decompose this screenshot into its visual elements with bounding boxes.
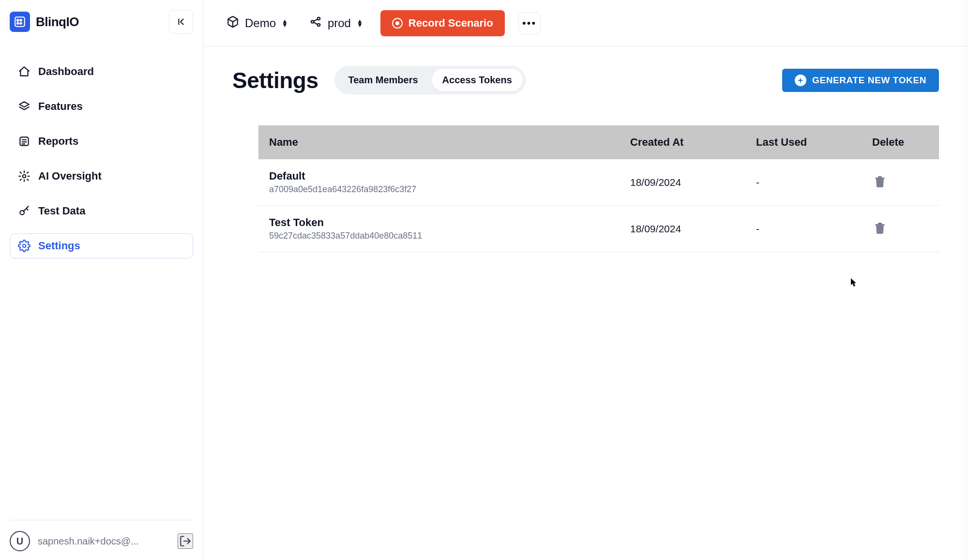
sidebar-nav: Dashboard Features Reports AI Oversight bbox=[10, 59, 193, 258]
table-header-row: Name Created At Last Used Delete bbox=[258, 125, 939, 159]
content-header: Settings Team Members Access Tokens + GE… bbox=[232, 66, 939, 94]
generate-label: GENERATE NEW TOKEN bbox=[812, 75, 926, 86]
home-icon bbox=[18, 65, 30, 78]
sidebar-item-label: Features bbox=[38, 100, 83, 113]
svg-point-8 bbox=[23, 244, 26, 248]
share-nodes-icon bbox=[309, 15, 322, 31]
shield-icon bbox=[18, 170, 30, 182]
content: Settings Team Members Access Tokens + GE… bbox=[203, 46, 968, 272]
sidebar-item-ai-oversight[interactable]: AI Oversight bbox=[10, 164, 193, 189]
collapse-sidebar-button[interactable] bbox=[169, 10, 193, 34]
sidebar-item-features[interactable]: Features bbox=[10, 94, 193, 119]
delete-token-button[interactable] bbox=[872, 173, 888, 192]
updown-icon: ▲▼ bbox=[282, 19, 288, 27]
env-selector[interactable]: prod ▲▼ bbox=[305, 13, 367, 34]
key-icon bbox=[18, 205, 30, 217]
col-name: Name bbox=[258, 125, 620, 159]
token-hash: 59c27cdac35833a57ddab40e80ca8511 bbox=[269, 231, 609, 241]
env-label: prod bbox=[328, 16, 351, 30]
token-name: Test Token bbox=[269, 216, 609, 229]
sidebar-item-label: AI Oversight bbox=[38, 170, 102, 182]
token-name: Default bbox=[269, 170, 609, 182]
layers-icon bbox=[18, 100, 30, 113]
brand: BlinqIO bbox=[10, 12, 79, 32]
sidebar-item-dashboard[interactable]: Dashboard bbox=[10, 59, 193, 84]
settings-tabs: Team Members Access Tokens bbox=[334, 66, 525, 94]
plus-icon: + bbox=[795, 75, 806, 86]
token-created: 18/09/2024 bbox=[620, 159, 745, 206]
sidebar-item-settings[interactable]: Settings bbox=[10, 233, 193, 258]
sidebar-item-label: Dashboard bbox=[38, 65, 94, 78]
table-row: Default a7009a0e5d1ea643226fa9823f6c3f27… bbox=[258, 159, 939, 206]
sidebar-item-test-data[interactable]: Test Data bbox=[10, 198, 193, 224]
trash-icon bbox=[874, 221, 886, 235]
scrollbar[interactable] bbox=[958, 0, 968, 560]
updown-icon: ▲▼ bbox=[357, 19, 363, 27]
main: Demo ▲▼ prod ▲▼ Record Scenario ••• bbox=[203, 0, 968, 560]
list-icon bbox=[18, 135, 30, 148]
tab-team-members[interactable]: Team Members bbox=[337, 69, 428, 91]
sidebar-item-label: Reports bbox=[38, 135, 78, 148]
chevron-first-icon bbox=[176, 16, 186, 27]
brand-logo-icon bbox=[10, 12, 30, 32]
topbar: Demo ▲▼ prod ▲▼ Record Scenario ••• bbox=[203, 0, 968, 46]
sidebar-item-label: Test Data bbox=[38, 205, 85, 217]
tab-label: Access Tokens bbox=[442, 75, 512, 85]
token-last-used: - bbox=[745, 206, 862, 252]
sidebar-item-reports[interactable]: Reports bbox=[10, 129, 193, 154]
record-icon bbox=[392, 18, 403, 29]
sidebar: BlinqIO Dashboard Features bbox=[0, 0, 203, 560]
token-hash: a7009a0e5d1ea643226fa9823f6c3f27 bbox=[269, 184, 609, 195]
logout-icon bbox=[179, 535, 192, 547]
tokens-table: Name Created At Last Used Delete Default… bbox=[258, 125, 939, 252]
record-scenario-button[interactable]: Record Scenario bbox=[380, 10, 505, 36]
logout-button[interactable] bbox=[178, 533, 193, 549]
gear-icon bbox=[18, 240, 30, 252]
sidebar-item-label: Settings bbox=[38, 240, 80, 252]
delete-token-button[interactable] bbox=[872, 219, 888, 238]
project-selector[interactable]: Demo ▲▼ bbox=[223, 13, 292, 34]
more-button[interactable]: ••• bbox=[518, 12, 541, 34]
token-created: 18/09/2024 bbox=[620, 206, 745, 252]
token-last-used: - bbox=[745, 159, 862, 206]
package-icon bbox=[227, 15, 239, 31]
table-row: Test Token 59c27cdac35833a57ddab40e80ca8… bbox=[258, 206, 939, 252]
col-lastused: Last Used bbox=[745, 125, 862, 159]
svg-point-6 bbox=[23, 175, 26, 178]
sidebar-footer: U sapnesh.naik+docs@... bbox=[10, 520, 193, 551]
tokens-table-wrap: Name Created At Last Used Delete Default… bbox=[232, 125, 939, 252]
page-title: Settings bbox=[232, 67, 318, 93]
brand-name: BlinqIO bbox=[36, 15, 79, 30]
generate-new-token-button[interactable]: + GENERATE NEW TOKEN bbox=[782, 69, 939, 92]
tab-label: Team Members bbox=[348, 75, 418, 85]
col-created: Created At bbox=[620, 125, 745, 159]
trash-icon bbox=[874, 175, 886, 188]
avatar[interactable]: U bbox=[10, 531, 30, 551]
record-label: Record Scenario bbox=[408, 17, 493, 30]
more-icon: ••• bbox=[522, 17, 536, 30]
project-label: Demo bbox=[245, 16, 276, 30]
tab-access-tokens[interactable]: Access Tokens bbox=[432, 69, 523, 91]
col-delete: Delete bbox=[862, 125, 939, 159]
avatar-letter: U bbox=[16, 536, 23, 547]
user-email: sapnesh.naik+docs@... bbox=[38, 536, 170, 547]
svg-rect-0 bbox=[15, 17, 25, 27]
